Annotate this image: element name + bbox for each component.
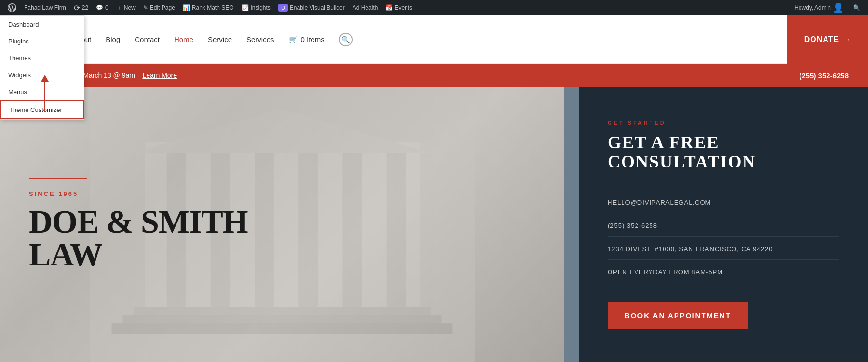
- enable-visual-builder[interactable]: D Enable Visual Builder: [274, 0, 349, 15]
- site-header: D About Blog Contact Home Service Servic…: [0, 15, 868, 64]
- dropdown-menus[interactable]: Menus: [0, 84, 84, 100]
- consultation-title: GET A FREE CONSULTATION: [608, 133, 839, 171]
- admin-bar: Fahad Law Firm ⟳ 22 💬 0 ＋ New ✎ Edit Pag…: [0, 0, 868, 15]
- hero-grey-panel: [564, 87, 579, 362]
- cart-icon: 🛒: [289, 35, 298, 44]
- insights[interactable]: 📈 Insights: [238, 0, 274, 15]
- donate-button[interactable]: Donate →: [787, 15, 868, 64]
- wp-logo[interactable]: [4, 0, 20, 15]
- nav-cart[interactable]: 🛒 0 Items: [289, 35, 325, 44]
- dropdown-plugins[interactable]: Plugins: [0, 33, 84, 50]
- contact-info: HELLO@DIVIPARALEGAL.COM (255) 352-6258 1…: [608, 199, 839, 282]
- get-started-label: GET STARTED: [608, 120, 839, 125]
- nav-home[interactable]: Home: [174, 35, 193, 43]
- appointment-button[interactable]: Book An Appointment: [608, 302, 748, 329]
- announcement-bar: Beach Cleanup Day: March 13 @ 9am – Lear…: [0, 64, 868, 87]
- learn-more-link[interactable]: Learn More: [142, 71, 177, 79]
- dropdown-themes[interactable]: Themes: [0, 50, 84, 67]
- firm-name: DOE & SMITH LAW: [29, 205, 535, 271]
- announcement-phone: (255) 352-6258: [799, 71, 849, 80]
- ad-health[interactable]: Ad Health: [349, 0, 382, 15]
- admin-dropdown-menu: Dashboard Plugins Themes Widgets Menus T…: [0, 15, 84, 120]
- contact-phone: (255) 352-6258: [608, 222, 839, 237]
- search-admin-bar[interactable]: 🔍: [849, 0, 864, 15]
- nav-blog[interactable]: Blog: [106, 35, 120, 43]
- events[interactable]: 📅 Events: [381, 0, 416, 15]
- site-nav: About Blog Contact Home Service Services…: [72, 33, 787, 46]
- dropdown-dashboard[interactable]: Dashboard: [0, 16, 84, 33]
- svg-rect-11: [112, 323, 453, 334]
- updates-count[interactable]: ⟳ 22: [70, 0, 92, 15]
- comments[interactable]: 💬 0: [92, 0, 112, 15]
- nav-services[interactable]: Services: [246, 35, 274, 43]
- divider-line: [608, 183, 656, 183]
- dropdown-theme-customizer[interactable]: Theme Customizer: [0, 100, 84, 119]
- rank-math-seo[interactable]: 📊 Rank Math SEO: [179, 0, 238, 15]
- nav-service[interactable]: Service: [208, 35, 232, 43]
- since-label: SINCE 1965: [29, 190, 535, 197]
- hero-left-content: SINCE 1965 DOE & SMITH LAW: [0, 159, 564, 290]
- decorative-line: [29, 178, 87, 179]
- howdy-admin[interactable]: Howdy, Admin 👤: [790, 0, 847, 15]
- site-name[interactable]: Fahad Law Firm: [20, 0, 70, 15]
- admin-bar-right: Howdy, Admin 👤 🔍: [790, 0, 864, 15]
- nav-contact[interactable]: Contact: [135, 35, 160, 43]
- contact-address: 1234 DIVI ST. #1000, SAN FRANCISCO, CA 9…: [608, 245, 839, 260]
- search-icon[interactable]: 🔍: [339, 33, 353, 46]
- hero-left: SINCE 1965 DOE & SMITH LAW: [0, 87, 564, 362]
- new-button[interactable]: ＋ New: [112, 0, 139, 15]
- dropdown-widgets[interactable]: Widgets: [0, 67, 84, 84]
- contact-email: HELLO@DIVIPARALEGAL.COM: [608, 199, 839, 213]
- contact-hours: OPEN EVERYDAY FROM 8AM-5PM: [608, 268, 839, 282]
- edit-page[interactable]: ✎ Edit Page: [139, 0, 179, 15]
- hero-section: SINCE 1965 DOE & SMITH LAW GET STARTED G…: [0, 87, 868, 362]
- hero-right: GET STARTED GET A FREE CONSULTATION HELL…: [579, 87, 868, 362]
